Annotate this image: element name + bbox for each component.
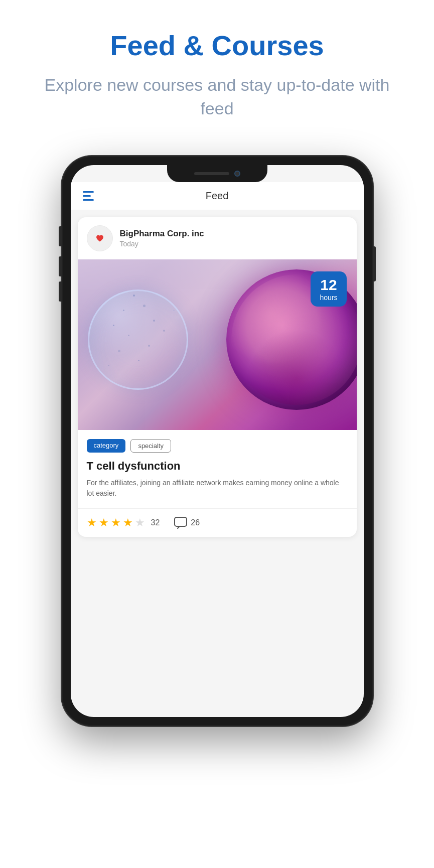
heart-icon — [93, 231, 107, 245]
page-header: Feed & Courses Explore new courses and s… — [0, 0, 434, 136]
duration-badge: 12 hours — [311, 271, 346, 307]
course-title: T cell dysfunction — [87, 460, 348, 473]
tag-category[interactable]: category — [87, 439, 126, 453]
phone-mockup: Feed BigPharma Corp. inc — [62, 156, 373, 726]
menu-line-1 — [83, 191, 94, 193]
duration-unit: hours — [320, 294, 337, 302]
course-description: For the affiliates, joining an affiliate… — [87, 478, 348, 499]
particles — [93, 279, 183, 380]
screen-title: Feed — [206, 190, 229, 202]
star-2: ★ — [99, 516, 109, 529]
phone-screen: Feed BigPharma Corp. inc — [71, 165, 364, 717]
menu-line-2 — [83, 195, 91, 197]
company-avatar — [87, 225, 113, 251]
rating-count: 32 — [151, 518, 160, 527]
notch-camera — [234, 171, 240, 177]
menu-line-3 — [83, 199, 94, 201]
card-body: category specialty T cell dysfunction Fo… — [78, 430, 357, 499]
star-5: ★ — [135, 516, 145, 529]
course-image: 12 hours — [78, 259, 357, 430]
duration-number: 12 — [320, 276, 337, 293]
phone-frame: Feed BigPharma Corp. inc — [62, 156, 373, 726]
page-title: Feed & Courses — [40, 30, 394, 61]
company-info: BigPharma Corp. inc Today — [120, 229, 204, 248]
star-1: ★ — [87, 516, 97, 529]
feed-card[interactable]: BigPharma Corp. inc Today — [78, 217, 357, 537]
star-3: ★ — [111, 516, 121, 529]
page-subtitle: Explore new courses and stay up-to-date … — [40, 73, 394, 121]
notch-speaker — [194, 172, 229, 175]
tags-row: category specialty — [87, 439, 348, 453]
app-header: Feed — [71, 182, 364, 210]
comment-count: 26 — [191, 518, 200, 527]
svg-rect-1 — [175, 517, 187, 526]
rating-row: ★ ★ ★ ★ ★ 32 — [78, 508, 357, 537]
star-4: ★ — [123, 516, 133, 529]
app-screen: Feed BigPharma Corp. inc — [71, 165, 364, 717]
menu-button[interactable] — [83, 191, 94, 201]
comment-section: 26 — [174, 516, 200, 530]
post-time: Today — [120, 240, 204, 248]
star-rating: ★ ★ ★ ★ ★ — [87, 516, 145, 529]
comment-icon — [174, 516, 188, 530]
company-name: BigPharma Corp. inc — [120, 229, 204, 239]
tag-specialty[interactable]: specialty — [130, 439, 171, 453]
card-header: BigPharma Corp. inc Today — [78, 217, 357, 259]
phone-notch — [167, 165, 267, 182]
